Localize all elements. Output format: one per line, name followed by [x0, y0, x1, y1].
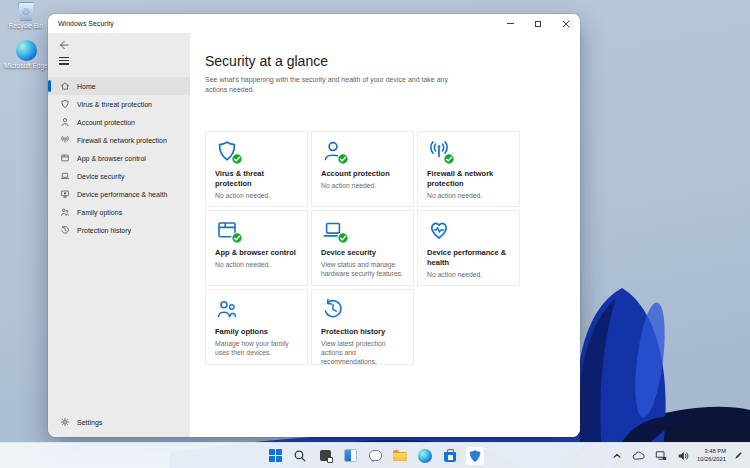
minimize-icon [507, 23, 514, 24]
card-icon [427, 218, 453, 243]
sidebar-item-label: Firewall & network protection [77, 137, 167, 144]
sidebar-item-account-protection[interactable]: Account protection [48, 113, 190, 131]
card-virus-threat-protection[interactable]: Virus & threat protection No action need… [205, 131, 308, 207]
start-icon [269, 449, 282, 462]
sidebar-item-family-options[interactable]: Family options [48, 203, 190, 221]
sidebar-nav: Home Virus & threat protection Account p… [48, 77, 190, 239]
windows-security-taskbar-button[interactable] [465, 446, 485, 466]
main-content: Security at a glance See what's happenin… [190, 33, 580, 437]
desktop-icon-recycle-bin[interactable]: ♲ Recycle Bin [4, 2, 48, 30]
card-icon [215, 139, 241, 164]
onedrive-cloud-icon [632, 451, 645, 461]
card-icon [215, 218, 241, 243]
back-button[interactable] [58, 39, 70, 51]
card-title: App & browser control [215, 248, 298, 258]
sidebar-item-label: Account protection [77, 119, 135, 126]
card-icon [215, 297, 241, 322]
chat-button[interactable] [365, 446, 385, 466]
check-badge-icon [443, 153, 455, 165]
sidebar-item-label: Device performance & health [77, 191, 167, 198]
network-icon [60, 135, 70, 145]
card-app-browser-control[interactable]: App & browser control No action needed. [205, 210, 308, 286]
sidebar-item-label: Family options [77, 209, 122, 216]
caption-buttons [496, 14, 580, 33]
window-title: Windows Security [48, 20, 114, 27]
task-view-button[interactable] [315, 446, 335, 466]
title-bar: Windows Security [48, 14, 580, 33]
sidebar-item-protection-history[interactable]: Protection history [48, 221, 190, 239]
family-icon [215, 297, 239, 321]
start-button[interactable] [265, 446, 285, 466]
sidebar-item-firewall-network-protection[interactable]: Firewall & network protection [48, 131, 190, 149]
windows-security-window: Windows Security Home Virus & threat pro… [48, 14, 580, 437]
card-title: Device performance & health [427, 248, 510, 268]
sidebar: Home Virus & threat protection Account p… [48, 33, 190, 437]
card-device-security[interactable]: Device security View status and manage h… [311, 210, 414, 286]
sidebar-item-app-browser-control[interactable]: App & browser control [48, 149, 190, 167]
hamburger-icon [59, 60, 69, 61]
search-icon [293, 449, 307, 463]
check-badge-icon [337, 232, 349, 244]
menu-button[interactable] [59, 57, 69, 65]
file-explorer-icon [393, 450, 407, 461]
card-protection-history[interactable]: Protection history View latest protectio… [311, 289, 414, 365]
taskbar-clock[interactable]: 3:48 PM 10/26/2021 [697, 448, 726, 464]
store-button[interactable] [440, 446, 460, 466]
history-icon [321, 297, 345, 321]
minimize-button[interactable] [496, 14, 524, 33]
performance-icon [60, 189, 70, 199]
heart-pulse-icon [427, 218, 451, 242]
desktop-icon-microsoft-edge[interactable]: Microsoft Edge [4, 40, 48, 70]
card-device-performance-health[interactable]: Device performance & health No action ne… [417, 210, 520, 286]
widgets-button[interactable] [340, 446, 360, 466]
edge-button[interactable] [415, 446, 435, 466]
card-icon [321, 297, 347, 322]
check-badge-icon [231, 232, 243, 244]
hamburger-icon [59, 63, 69, 64]
card-icon [321, 139, 347, 164]
taskbar: 3:48 PM 10/26/2021 [0, 442, 750, 468]
tray-overflow-button[interactable] [610, 449, 624, 463]
check-badge-icon [337, 153, 349, 165]
close-button[interactable] [552, 14, 580, 33]
file-explorer-button[interactable] [390, 446, 410, 466]
sidebar-item-virus-threat-protection[interactable]: Virus & threat protection [48, 95, 190, 113]
home-icon [60, 81, 70, 91]
volume-button[interactable] [675, 448, 691, 464]
page-title: Security at a glance [205, 53, 328, 69]
sidebar-item-label: Protection history [77, 227, 131, 234]
onedrive-button[interactable] [630, 449, 647, 463]
card-title: Protection history [321, 327, 404, 337]
card-status: No action needed. [321, 181, 404, 190]
sidebar-item-settings[interactable]: Settings [48, 413, 190, 431]
security-cards-grid: Virus & threat protection No action need… [205, 131, 520, 365]
card-family-options[interactable]: Family options Manage how your family us… [205, 289, 308, 365]
search-button[interactable] [290, 446, 310, 466]
task-view-icon [320, 450, 331, 461]
person-icon [60, 117, 70, 127]
sidebar-item-home[interactable]: Home [48, 77, 190, 95]
network-status-button[interactable] [653, 448, 669, 464]
sidebar-item-label: Device security [77, 173, 124, 180]
app-window-icon [60, 153, 70, 163]
pen-icon [734, 451, 743, 460]
volume-icon [677, 450, 689, 462]
card-status: View latest protection actions and recom… [321, 339, 404, 367]
maximize-button[interactable] [524, 14, 552, 33]
edge-icon [418, 449, 432, 463]
clock-date: 10/26/2021 [697, 456, 726, 462]
store-icon [444, 452, 456, 462]
pen-button[interactable] [732, 449, 745, 462]
back-arrow-icon [58, 39, 70, 51]
card-status: No action needed. [427, 270, 510, 279]
card-account-protection[interactable]: Account protection No action needed. [311, 131, 414, 207]
sidebar-item-device-security[interactable]: Device security [48, 167, 190, 185]
family-icon [60, 207, 70, 217]
sidebar-item-device-performance-health[interactable]: Device performance & health [48, 185, 190, 203]
recycle-bin-icon: ♲ [18, 2, 35, 21]
chat-icon [369, 450, 382, 461]
card-firewall-network-protection[interactable]: Firewall & network protection No action … [417, 131, 520, 207]
clock-time: 3:48 PM [704, 448, 726, 454]
check-badge-icon [231, 153, 243, 165]
card-title: Device security [321, 248, 404, 258]
